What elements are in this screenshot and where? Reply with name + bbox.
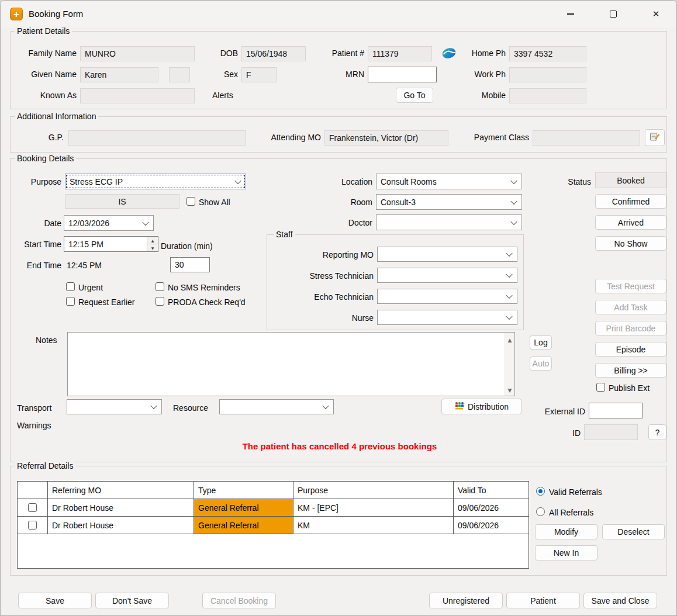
header-valid-to: Valid To (454, 482, 529, 499)
date-value: 12/03/2026 (68, 219, 109, 228)
patient-button[interactable]: Patient (506, 593, 580, 608)
no-show-button[interactable]: No Show (595, 236, 666, 251)
transport-select[interactable] (67, 399, 162, 414)
resource-select[interactable] (219, 399, 334, 414)
chevron-down-icon (510, 177, 517, 184)
notes-label: Notes (36, 335, 57, 345)
patient-number-field: 111379 (368, 46, 432, 61)
new-in-button[interactable]: New In (535, 545, 597, 560)
save-button[interactable]: Save (18, 593, 92, 608)
cell-referring-mo: Dr Robert House (48, 517, 194, 534)
warnings-label: Warnings (17, 421, 51, 431)
duration-label: Duration (min) (161, 241, 213, 251)
location-select[interactable]: Consult Rooms (376, 174, 522, 189)
duration-field[interactable]: 30 (170, 257, 210, 272)
known-as-label: Known As (11, 91, 77, 101)
proda-label: PRODA Check Req'd (168, 297, 246, 307)
cell-type: General Referral (194, 499, 293, 516)
start-time-value: 12:15 PM (64, 237, 147, 251)
purpose-label: Purpose (22, 177, 61, 187)
minimize-button[interactable] (557, 5, 584, 23)
notes-textarea[interactable] (67, 332, 515, 396)
start-time-spinner[interactable]: 12:15 PM (64, 236, 158, 252)
reporting-mo-select[interactable] (377, 247, 517, 262)
echo-technician-label: Echo Technician (292, 292, 374, 302)
room-label: Room (326, 198, 372, 207)
dont-save-button[interactable]: Don't Save (95, 593, 169, 608)
staff-legend: Staff (274, 230, 295, 239)
maximize-button[interactable] (600, 5, 627, 23)
date-select[interactable]: 12/03/2026 (64, 215, 154, 231)
log-button[interactable]: Log (530, 335, 552, 349)
unregistered-button[interactable]: Unregistered (429, 593, 503, 608)
purpose-select[interactable]: Stress ECG IP (65, 174, 246, 189)
publish-ext-checkbox[interactable] (596, 383, 605, 392)
confirmed-button[interactable]: Confirmed (595, 194, 666, 209)
end-time-value: 12:45 PM (67, 261, 102, 271)
go-to-button[interactable]: Go To (396, 88, 433, 103)
spinner-down-icon[interactable] (147, 244, 158, 251)
scroll-down-icon[interactable] (508, 385, 512, 394)
payment-class-field (533, 130, 640, 146)
given-name-field: Karen (80, 67, 158, 82)
header-purpose: Purpose (293, 482, 454, 499)
billing-button[interactable]: Billing >> (595, 363, 666, 378)
stress-technician-select[interactable] (377, 268, 517, 283)
referral-table-header: Referring MO Type Purpose Valid To (18, 482, 529, 499)
no-sms-label: No SMS Reminders (168, 283, 240, 293)
all-referrals-radio[interactable] (536, 507, 545, 516)
nurse-select[interactable] (377, 310, 517, 325)
deselect-button[interactable]: Deselect (602, 524, 665, 539)
save-and-close-button[interactable]: Save and Close (583, 593, 657, 608)
known-as-field (80, 88, 195, 103)
test-request-button: Test Request (595, 279, 666, 293)
scroll-up-icon[interactable] (508, 334, 512, 344)
app-plus-icon[interactable] (10, 8, 23, 20)
edit-note-icon (650, 132, 660, 143)
proda-checkbox[interactable] (156, 297, 164, 306)
distribution-button[interactable]: Distribution (441, 399, 521, 414)
stress-technician-label: Stress Technician (292, 271, 374, 281)
doctor-select[interactable] (376, 214, 522, 230)
valid-referrals-radio[interactable] (536, 487, 545, 496)
work-ph-field (509, 67, 586, 82)
notes-scrollbar[interactable] (505, 333, 514, 396)
modify-button[interactable]: Modify (535, 524, 597, 539)
arrived-button[interactable]: Arrived (595, 215, 666, 230)
cell-type: General Referral (194, 517, 293, 534)
reporting-mo-label: Reporting MO (292, 250, 374, 260)
room-select[interactable]: Consult-3 (376, 194, 522, 210)
echo-technician-select[interactable] (377, 289, 517, 304)
cell-referring-mo: Dr Robert House (48, 499, 194, 516)
row-select-cell (18, 499, 48, 516)
spinner-up-icon[interactable] (147, 237, 158, 244)
minimize-icon (567, 13, 574, 15)
request-earlier-checkbox[interactable] (66, 297, 75, 306)
urgent-checkbox[interactable] (66, 282, 75, 291)
auto-button: Auto (530, 357, 552, 371)
close-button[interactable] (643, 5, 669, 23)
add-task-button: Add Task (595, 300, 666, 314)
location-label: Location (326, 177, 372, 187)
distribution-button-label: Distribution (468, 402, 509, 411)
no-sms-checkbox[interactable] (156, 282, 164, 291)
medicare-verify-icon[interactable] (441, 47, 457, 61)
chevron-down-icon (506, 313, 512, 320)
referral-row-checkbox[interactable] (28, 521, 37, 530)
cancelled-bookings-warning: The patient has cancelled 4 previous boo… (94, 441, 585, 451)
referral-details-legend: Referral Details (15, 461, 75, 470)
external-id-field[interactable] (589, 403, 643, 418)
chevron-down-icon (510, 218, 517, 224)
episode-button[interactable]: Episode (595, 342, 666, 357)
help-button[interactable]: ? (648, 424, 666, 440)
show-all-checkbox[interactable] (186, 197, 195, 206)
referral-row-checkbox[interactable] (28, 503, 37, 512)
show-all-label: Show All (199, 198, 230, 207)
referral-row[interactable]: Dr Robert House General Referral KM 09/0… (18, 517, 529, 534)
referral-row[interactable]: Dr Robert House General Referral KM - [E… (18, 499, 529, 517)
chevron-down-icon (510, 198, 517, 204)
date-label: Date (22, 219, 61, 229)
mrn-field[interactable] (368, 67, 437, 82)
all-referrals-label: All Referrals (549, 508, 593, 518)
payment-class-edit-button[interactable] (645, 129, 665, 146)
